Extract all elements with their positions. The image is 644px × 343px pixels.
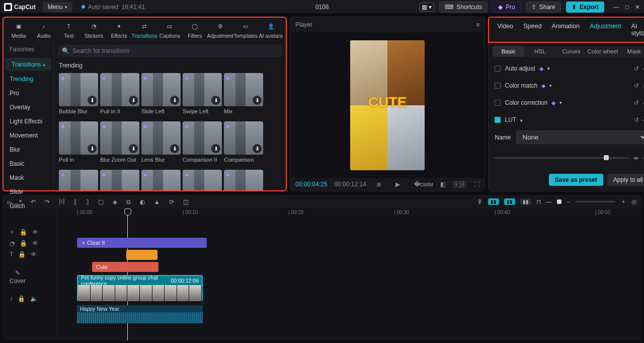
subtab-mask[interactable]: Mask: [618, 46, 644, 57]
chevron-up-icon[interactable]: ▴: [520, 117, 523, 122]
subtab-color-wheel[interactable]: Color wheel: [587, 46, 618, 57]
player-canvas[interactable]: CUTE: [290, 32, 485, 178]
reset-icon[interactable]: ↺: [634, 116, 639, 123]
cover-button[interactable]: ✎Cover: [10, 264, 26, 290]
checkbox-icon[interactable]: [495, 65, 501, 72]
download-icon[interactable]: ⬇: [170, 96, 179, 105]
zoom-out-icon[interactable]: −: [567, 198, 570, 205]
toggle-a-icon[interactable]: ▮▮: [488, 198, 499, 205]
download-icon[interactable]: ⬇: [253, 96, 262, 105]
transition-thumb[interactable]: ◆⬇Slide Left: [141, 73, 181, 119]
transition-thumb[interactable]: ◆⬇Bubble Blur: [59, 73, 98, 119]
menu-button[interactable]: Menu ▾: [43, 2, 72, 12]
slider-knob[interactable]: [604, 155, 609, 160]
trim-left-icon[interactable]: ⟦: [74, 198, 77, 205]
ribbon-transitions[interactable]: ⇄Transitions: [132, 22, 156, 39]
audio-clip[interactable]: Happy New Year: [77, 305, 203, 323]
eye-icon[interactable]: 👁: [31, 251, 37, 258]
text-clip[interactable]: Cute: [92, 262, 158, 272]
window-minimize-icon[interactable]: —: [613, 4, 619, 11]
reset-icon[interactable]: ↺: [634, 99, 639, 106]
transition-thumb[interactable]: ◆⬇Comparison: [224, 121, 263, 168]
library-group[interactable]: Transitions ▴: [6, 58, 51, 71]
track-header-text[interactable]: T🔒👁: [3, 249, 56, 260]
transition-thumb[interactable]: ◆⬇: [224, 170, 263, 190]
split-icon[interactable]: 〣: [59, 197, 65, 206]
color-correction-row[interactable]: Color correction ◆ ▾ ↺◇: [489, 94, 644, 111]
shortcuts-button[interactable]: ⌨ Shortcuts: [439, 2, 488, 13]
trim-right-icon[interactable]: ⟧: [86, 198, 89, 205]
zoom-slider[interactable]: [575, 201, 615, 202]
tab-animation[interactable]: Animation: [546, 21, 585, 39]
ribbon-ai-avatars[interactable]: 👤AI avatars: [259, 22, 283, 39]
mic-icon[interactable]: 🎙: [477, 198, 483, 205]
category-movement[interactable]: Movement: [4, 128, 53, 143]
zoom-in-icon[interactable]: ＋: [620, 197, 626, 206]
zoom-fit-icon[interactable]: ◎: [631, 198, 636, 205]
video-clip[interactable]: Pet funny copy online group chat confere…: [77, 275, 203, 301]
lut-strength-slider[interactable]: ◂▸ ◇: [489, 150, 644, 165]
volume-icon[interactable]: ≣: [376, 181, 381, 188]
lock-icon[interactable]: 🔒: [20, 229, 27, 236]
timeline-area[interactable]: | 00:00| 00:10| 00:20| 00:30| 00:40| 00:…: [57, 209, 641, 340]
transition-thumb[interactable]: ◆⬇Swipe Left: [183, 73, 222, 119]
rotate-icon[interactable]: ⟳: [169, 198, 174, 205]
ribbon-templates[interactable]: ▭Templates: [233, 22, 258, 39]
ribbon-stickers[interactable]: ◔Stickers: [82, 22, 106, 39]
chevron-down-icon[interactable]: ▾: [549, 83, 552, 88]
marker-icon[interactable]: ◈: [113, 198, 117, 205]
lut-row[interactable]: LUT ▴ ↺◇: [489, 111, 644, 128]
crop-icon[interactable]: ◧: [440, 181, 446, 188]
reverse-icon[interactable]: ◐: [140, 198, 145, 205]
lock-icon[interactable]: 🔒: [20, 240, 27, 247]
crop-icon[interactable]: ◫: [183, 198, 189, 205]
download-icon[interactable]: ⬇: [88, 96, 97, 105]
eye-icon[interactable]: 👁: [32, 240, 38, 247]
chevron-down-icon[interactable]: ▾: [559, 100, 562, 105]
checkbox-icon[interactable]: [495, 83, 501, 89]
category-pro[interactable]: Pro: [4, 86, 53, 100]
transition-thumb[interactable]: ◆⬇Lens Blur: [141, 121, 181, 168]
download-icon[interactable]: ⬇: [170, 144, 179, 153]
subtab-basic[interactable]: Basic: [493, 46, 524, 57]
category-blur[interactable]: Blur: [4, 143, 53, 157]
chevron-down-icon[interactable]: ▾: [547, 66, 550, 71]
category-overlay[interactable]: Overlay: [4, 100, 53, 114]
color-match-row[interactable]: Color match ◆ ▾ ↺◇: [489, 77, 644, 94]
download-icon[interactable]: ⬇: [253, 144, 262, 153]
track-header-effect[interactable]: ✧🔒👁: [3, 227, 56, 238]
transition-thumb[interactable]: ◆⬇: [59, 170, 98, 190]
delete-icon[interactable]: ▢: [98, 198, 104, 205]
mute-icon[interactable]: 🔈: [30, 295, 38, 302]
transition-thumb[interactable]: ◆⬇: [183, 170, 222, 190]
checkbox-icon[interactable]: [495, 117, 501, 123]
scale-icon[interactable]: �ским: [414, 181, 433, 188]
ribbon-effects[interactable]: ✦Effects: [107, 22, 131, 39]
effect-clip[interactable]: ✧ Clear II: [77, 238, 207, 248]
preview-quality-icon[interactable]: [557, 199, 561, 204]
layout-icon[interactable]: ▦ ▾: [419, 3, 434, 12]
track-header-video[interactable]: ✎Cover: [3, 264, 56, 290]
window-close-icon[interactable]: ✕: [635, 4, 640, 11]
category-light-effects[interactable]: Light Effects: [4, 114, 53, 128]
window-maximize-icon[interactable]: □: [625, 4, 629, 11]
link-icon[interactable]: —: [546, 198, 552, 205]
download-icon[interactable]: ⬇: [129, 96, 138, 105]
lock-icon[interactable]: 🔒: [18, 295, 25, 302]
export-button[interactable]: ⬆ Export: [566, 2, 604, 13]
track-header-sticker[interactable]: ◔🔒👁: [3, 238, 56, 249]
tab-adjustment[interactable]: Adjustment: [585, 21, 626, 39]
download-icon[interactable]: ⬇: [88, 144, 97, 153]
category-glitch[interactable]: Glitch: [4, 199, 53, 213]
mirror-icon[interactable]: ▲: [154, 198, 160, 205]
toggle-b-icon[interactable]: ▮▮: [504, 198, 515, 205]
transition-thumb[interactable]: ◆⬇Pull in: [59, 121, 98, 168]
lock-icon[interactable]: 🔒: [18, 251, 26, 258]
eye-icon[interactable]: 👁: [32, 229, 38, 236]
ribbon-filters[interactable]: ◯Filters: [183, 22, 207, 39]
tab-ai-stylize[interactable]: AI stylize: [626, 21, 644, 39]
ribbon-media[interactable]: ▣Media: [7, 22, 31, 39]
pro-button[interactable]: ◆ Pro: [493, 2, 521, 13]
transition-thumb[interactable]: ◆⬇Mix: [224, 73, 263, 119]
time-ruler[interactable]: | 00:00| 00:10| 00:20| 00:30| 00:40| 00:…: [57, 209, 641, 218]
